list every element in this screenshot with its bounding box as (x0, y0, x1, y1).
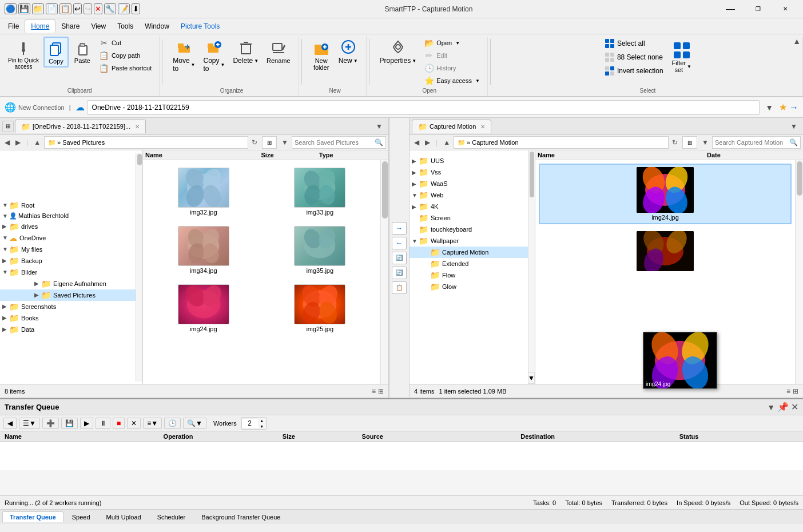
bottom-tab-speed[interactable]: Speed (65, 511, 98, 523)
expand-myfiles[interactable]: ▼ (2, 246, 9, 252)
left-file-scroll-thumb[interactable] (382, 161, 388, 219)
tq-pin-btn[interactable]: 📌 (777, 402, 789, 412)
tq-close-btn[interactable]: ✕ (791, 402, 798, 412)
left-tree-scrollbar[interactable] (136, 153, 142, 382)
expand-vss[interactable]: ▶ (412, 169, 419, 176)
right-back-btn[interactable]: ◀ (412, 137, 422, 148)
select-all-btn[interactable]: Select all (601, 37, 649, 50)
quick-access-btn-1[interactable]: 🔵 (5, 3, 17, 14)
transfer-sync1-btn[interactable]: 🔄 (392, 252, 407, 264)
right-tree-item-web[interactable]: ▼ 📁 Web (410, 189, 535, 201)
col-type-header[interactable]: Type (319, 152, 377, 158)
menu-picture-tools[interactable]: Picture Tools (175, 20, 225, 33)
paste-shortcut-btn[interactable]: 📋 Paste shortcut (96, 62, 154, 74)
tree-item-eigene[interactable]: ▶ 📁 Eigene Aufnahmen (0, 278, 136, 289)
right-tree-item-screen[interactable]: ▶ 📁 Screen (410, 212, 535, 224)
right-grid-view-btn[interactable]: ⊞ (793, 387, 798, 395)
expand-bilder[interactable]: ▼ (2, 269, 9, 275)
bottom-tab-multi-upload[interactable]: Multi Upload (99, 511, 149, 523)
right-tree-item-captured[interactable]: ▶ 📁 Captured Motion (410, 247, 535, 258)
right-forward-btn[interactable]: ▶ (423, 137, 432, 148)
restore-btn[interactable]: ❐ (745, 0, 771, 18)
expand-eigene[interactable]: ▶ (34, 280, 41, 287)
left-grid-view-btn[interactable]: ⊞ (378, 387, 384, 395)
tq-col-source[interactable]: Source (362, 433, 521, 440)
workers-up[interactable]: ▲ (258, 418, 266, 423)
quick-access-btn-3[interactable]: 📁 (32, 3, 44, 14)
file-item-img33[interactable]: img33.jpg (264, 165, 376, 219)
right-list-view-btn[interactable]: ≡ (786, 387, 790, 395)
right-search[interactable]: 🔍 (712, 136, 801, 149)
invert-selection-btn[interactable]: Invert selection (601, 64, 667, 78)
pin-quick-access-btn[interactable]: Pin to Quickaccess (5, 37, 42, 72)
menu-share[interactable]: Share (55, 20, 85, 33)
transfer-right-btn[interactable]: → (392, 222, 407, 235)
expand-drives[interactable]: ▶ (2, 223, 9, 229)
right-tree-item-glow[interactable]: ▶ 📁 Glow (410, 281, 535, 292)
transfer-sync2-btn[interactable]: 🔄 (392, 267, 407, 279)
left-file-scrollbar[interactable] (380, 160, 388, 384)
tq-list-btn[interactable]: ≡▼ (143, 418, 162, 429)
workers-spinner[interactable]: ▲ ▼ (241, 417, 267, 430)
tq-col-operation[interactable]: Operation (164, 433, 283, 440)
tree-item-myfiles[interactable]: ▼ 📁 My files (0, 244, 136, 255)
tq-col-size[interactable]: Size (283, 433, 362, 440)
menu-window[interactable]: Window (139, 20, 175, 33)
col-size-header[interactable]: Size (261, 152, 319, 158)
right-tree-scroll-down[interactable]: ▼ (528, 372, 535, 384)
tq-stop-btn[interactable]: ■ (113, 418, 125, 429)
tq-filter-btn[interactable]: 🔍▼ (183, 418, 206, 429)
right-tree-item-touchkb[interactable]: ▶ 📁 touchkeyboard (410, 224, 535, 235)
tree-item-bilder[interactable]: ▼ 📁 Bilder (0, 267, 136, 278)
left-addr-dropdown-btn[interactable]: ▼ (279, 137, 291, 148)
right-up-btn[interactable]: ▲ (441, 137, 452, 148)
left-up-btn[interactable]: ▲ (31, 137, 43, 148)
right-tree-item-extended[interactable]: ▶ 📁 Extended (410, 258, 535, 269)
menu-view[interactable]: View (85, 20, 112, 33)
paste-btn[interactable]: Paste (70, 37, 95, 66)
menu-home[interactable]: Home (25, 19, 55, 33)
right-col-date[interactable]: Date (707, 152, 792, 158)
expand-books[interactable]: ▶ (2, 315, 9, 321)
left-pane-tab[interactable]: 📁 [OneDrive - 2018-11-21T022159]... ✕ (15, 120, 146, 133)
tq-add-btn[interactable]: ➕ (42, 418, 59, 429)
right-addr-dropdown-btn[interactable]: ▼ (699, 137, 711, 148)
quick-access-btn-5[interactable]: 📋 (59, 3, 71, 14)
tree-item-onedrive[interactable]: ▼ ☁ OneDrive (0, 232, 136, 244)
expand-waas[interactable]: ▶ (412, 181, 419, 187)
bottom-tab-transfer-queue[interactable]: Transfer Queue (2, 511, 63, 522)
copy-path-btn[interactable]: 📋 Copy path (96, 49, 154, 62)
tq-dropdown-btn[interactable]: ▼ (767, 403, 775, 412)
file-item-img34[interactable]: img34.jpg (148, 223, 260, 277)
close-tb-btn[interactable]: ✕ (94, 3, 102, 14)
tree-item-root[interactable]: ▼ 📁 Root (0, 200, 136, 211)
right-tree-scroll-thumb[interactable] (530, 153, 534, 197)
tq-menu-btn[interactable]: ☰▼ (19, 418, 40, 429)
left-pane-icon-btn[interactable]: ⊞ (2, 121, 14, 132)
tree-item-mathias[interactable]: ▼ 👤 Mathias Berchtold (0, 211, 136, 221)
right-tree-item-waas[interactable]: ▶ 📁 WaaS (410, 178, 535, 189)
edit-tb-btn[interactable]: 📝 (118, 3, 130, 14)
expand-root[interactable]: ▼ (2, 202, 9, 208)
col-name-header[interactable]: Name (145, 152, 261, 158)
tree-item-drives[interactable]: ▶ 📁 drives (0, 221, 136, 232)
new-btn[interactable]: New ▼ (335, 37, 361, 67)
right-refresh-btn[interactable]: ↻ (670, 137, 680, 148)
tree-item-data[interactable]: ▶ 📁 Data (0, 324, 136, 335)
right-file-item-img24b[interactable] (539, 229, 792, 273)
properties-tb-btn[interactable]: 🔧 (104, 3, 116, 14)
expand-4k[interactable]: ▶ (412, 204, 419, 210)
left-tab-close[interactable]: ✕ (135, 124, 140, 130)
expand-onedrive[interactable]: ▼ (2, 235, 9, 241)
menu-tools[interactable]: Tools (112, 20, 139, 33)
right-address-bar[interactable]: 📁 » Captured Motion (454, 136, 669, 149)
file-item-img25[interactable]: img25.jpg (264, 281, 376, 335)
workers-input[interactable] (242, 419, 258, 428)
delete-btn[interactable]: Delete ▼ (229, 37, 262, 67)
left-tree-scroll-thumb[interactable] (137, 154, 142, 165)
tq-col-name[interactable]: Name (5, 433, 164, 440)
right-file-scroll-thumb[interactable] (797, 161, 802, 196)
tree-item-books[interactable]: ▶ 📁 Books (0, 312, 136, 324)
properties-btn[interactable]: Properties ▼ (376, 37, 420, 67)
edit-btn[interactable]: ✏ Edit (421, 49, 483, 62)
